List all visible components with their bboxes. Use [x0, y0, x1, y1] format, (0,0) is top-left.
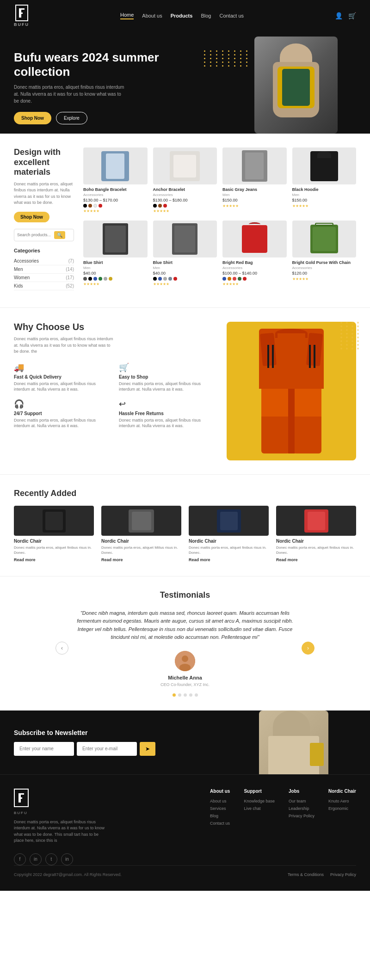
product-image	[83, 220, 148, 257]
newsletter-name-input[interactable]	[14, 742, 74, 756]
testimonials-section: Testimonials ‹ "Donec nibh magna, interd…	[0, 576, 370, 710]
product-gold-purse[interactable]: Bright Gold Purse With Chain Accessories…	[292, 220, 357, 286]
product-red-bag[interactable]: Bright Red Bag Accessories $100.00 – $14…	[222, 220, 287, 286]
read-more-link[interactable]: Read more	[189, 557, 210, 562]
hero-explore-btn[interactable]: Explore	[56, 112, 87, 124]
nav-links: Home About us Products Blog Contact us	[120, 12, 244, 19]
footer-link[interactable]: Ergonomic	[328, 805, 356, 812]
footer-link[interactable]: Leadership	[289, 805, 314, 812]
recent-item-4[interactable]: Nordic Chair Donec mattis porta eros, al…	[276, 506, 356, 562]
recent-name: Nordic Chair	[14, 539, 94, 544]
newsletter-email-input[interactable]	[77, 742, 137, 756]
product-name: Boho Bangle Bracelet	[83, 187, 148, 192]
footer-link[interactable]: About us	[210, 797, 230, 805]
footer-col-heading: Support	[244, 789, 275, 794]
recent-desc: Donec mattis porta eros, aliquet Millus …	[101, 545, 181, 555]
cat-count: (7)	[68, 258, 74, 263]
nav-products[interactable]: Products	[171, 13, 193, 18]
product-blue-shirt-1[interactable]: Blue Shirt Men $40.00 ★★★★★	[83, 220, 148, 286]
feature-desc: Donec mattis porta eros, aliquet finibus…	[14, 381, 112, 392]
recently-added-grid: Nordic Chair Donec mattis porta eros, al…	[14, 506, 356, 562]
footer: BUFU Donec mattis porta eros, aliquet fi…	[0, 774, 370, 891]
testimonial-author: Michelle Anna CEO Co-founder, XYZ Inc.	[56, 651, 314, 687]
recent-item-1[interactable]: Nordic Chair Donec mattis porta eros, al…	[14, 506, 94, 562]
user-icon[interactable]: 👤	[335, 12, 343, 19]
author-avatar	[175, 651, 195, 671]
product-black-hoodie[interactable]: Black Hoodie Men $150.00 ★★★★★	[292, 147, 357, 213]
search-input[interactable]	[17, 233, 54, 237]
nav-home[interactable]: Home	[120, 12, 134, 19]
hero-shop-btn[interactable]: Shop Now	[14, 112, 51, 124]
cat-kids[interactable]: Kids (52)	[14, 282, 74, 290]
product-type: Men	[222, 193, 287, 197]
dot-1[interactable]	[173, 693, 176, 697]
testimonials-heading: Testimonials	[14, 590, 356, 600]
feature-desc: Donec mattis porta eros, aliquet finibus…	[14, 417, 112, 429]
recent-item-2[interactable]: Nordic Chair Donec mattis porta eros, al…	[101, 506, 181, 562]
privacy-link[interactable]: Privacy Policy	[330, 872, 356, 877]
product-image	[83, 147, 148, 184]
twitter-icon[interactable]: t	[45, 853, 57, 865]
color-swatches	[153, 204, 217, 208]
recent-item-3[interactable]: Nordic Chair Donec mattis porta eros, al…	[189, 506, 269, 562]
color-swatches	[222, 277, 287, 281]
dot-3[interactable]	[184, 693, 187, 697]
footer-link[interactable]: Live chat	[244, 805, 275, 812]
search-button[interactable]: 🔍	[54, 231, 65, 239]
linkedin-icon[interactable]: in	[61, 853, 73, 865]
footer-link[interactable]: Knuto Aero	[328, 797, 356, 805]
footer-link[interactable]: Services	[210, 805, 230, 812]
product-boho-bracelet[interactable]: Boho Bangle Bracelet Accessories $130.00…	[83, 147, 148, 213]
product-name: Blue Shirt	[83, 260, 148, 265]
read-more-link[interactable]: Read more	[14, 557, 36, 562]
product-blue-shirt-2[interactable]: Blue Shirt Men $40.00 ★★★★★	[153, 220, 217, 286]
product-type: Accessories	[153, 193, 217, 197]
product-type: Men	[153, 266, 217, 270]
nav-blog[interactable]: Blog	[201, 13, 211, 18]
product-price: $40.00	[153, 271, 217, 276]
read-more-link[interactable]: Read more	[101, 557, 123, 562]
product-image	[153, 220, 217, 257]
cat-count: (17)	[66, 275, 74, 280]
footer-bottom: Copyright 2022 degra87@gmail.com. All Ri…	[14, 865, 356, 877]
feature-delivery: 🚚 Fast & Quick Delivery Donec mattis por…	[14, 362, 112, 392]
copyright-text: Copyright 2022 degra87@gmail.com. All Ri…	[14, 872, 122, 877]
testimonial-next-btn[interactable]: ›	[302, 642, 314, 655]
product-price: $150.00	[222, 198, 287, 202]
dot-2[interactable]	[178, 693, 181, 697]
nav-contact[interactable]: Contact us	[219, 13, 244, 18]
newsletter-submit-btn[interactable]: ➤	[140, 742, 155, 756]
footer-link[interactable]: Privacy Policy	[289, 812, 314, 820]
product-rating: ★★★★★	[222, 282, 287, 286]
categories-heading: Categories	[14, 248, 74, 253]
instagram-icon[interactable]: in	[30, 853, 42, 865]
read-more-link[interactable]: Read more	[276, 557, 298, 562]
facebook-icon[interactable]: f	[14, 853, 26, 865]
cat-men[interactable]: Men (14)	[14, 265, 74, 274]
logo-icon	[15, 5, 28, 21]
dot-4[interactable]	[189, 693, 192, 697]
testimonial-prev-btn[interactable]: ‹	[56, 642, 68, 655]
newsletter-section: Subscribe to Newsletter ➤	[0, 710, 370, 774]
footer-link[interactable]: Our team	[289, 797, 314, 805]
terms-link[interactable]: Terms & Conditions	[288, 872, 324, 877]
cat-women[interactable]: Women (17)	[14, 274, 74, 282]
product-anchor-bracelet[interactable]: Anchor Bracelet Accessories $130.00 – $1…	[153, 147, 217, 213]
color-swatches	[83, 204, 148, 208]
footer-link[interactable]: Blog	[210, 812, 230, 820]
sidebar-shop-btn[interactable]: Shop Now	[14, 212, 49, 222]
footer-link[interactable]: Contact us	[210, 820, 230, 827]
product-type: Accessories	[83, 193, 148, 197]
footer-link[interactable]: Knowledge base	[244, 797, 275, 805]
recently-added-section: Recently Added Nordic Chair Donec mattis…	[0, 474, 370, 576]
product-gray-jeans[interactable]: Basic Gray Jeans Men $150.00 ★★★★★	[222, 147, 287, 213]
delivery-icon: 🚚	[14, 362, 112, 373]
footer-social: f in t in	[14, 853, 356, 865]
dot-5[interactable]	[195, 693, 198, 697]
brand-logo[interactable]: BUFU	[14, 5, 29, 27]
nav-about[interactable]: About us	[142, 13, 162, 18]
testimonial-card: ‹ "Donec nibh magna, interdum quis massa…	[56, 609, 314, 687]
cart-icon[interactable]: 🛒	[348, 12, 356, 19]
feature-desc: Donec mattis porta eros, aliquet finibus…	[119, 381, 217, 392]
cat-accessories[interactable]: Accessories (7)	[14, 257, 74, 265]
